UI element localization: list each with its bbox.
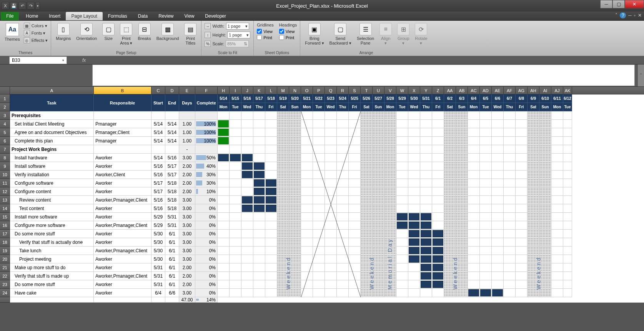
gantt-cell[interactable] [361,238,373,247]
gantt-cell[interactable] [230,187,241,196]
cell-end[interactable]: 5/14 [165,128,179,137]
gantt-cell[interactable] [504,230,516,238]
gantt-cell[interactable] [373,179,384,187]
gantt-cell[interactable] [563,280,572,289]
gantt-cell[interactable] [349,280,361,289]
gantt-cell[interactable] [301,221,313,230]
gantt-cell[interactable] [420,137,432,145]
gantt-cell[interactable] [563,230,572,238]
gantt-cell[interactable] [313,280,325,289]
gantt-cell[interactable] [361,280,373,289]
cell-task[interactable]: Install more software [10,213,94,221]
gantt-cell[interactable] [396,247,408,255]
gantt-cell[interactable] [230,128,241,137]
cell-start[interactable]: 5/17 [151,179,165,187]
gantt-cell[interactable] [373,196,384,204]
gantt-cell[interactable] [265,137,277,145]
gantt-cell[interactable] [539,280,551,289]
cell-complete[interactable]: 30% [195,170,218,179]
gantt-cell[interactable] [301,230,313,238]
gantt-cell[interactable] [373,238,384,247]
scale-spinner[interactable]: 85%⇅ [226,40,249,47]
gantt-cell[interactable] [373,128,384,137]
gantt-cell[interactable] [384,213,396,221]
gantt-cell[interactable] [230,204,241,213]
gantt-cell[interactable] [504,128,516,137]
gantt-cell[interactable] [408,272,420,280]
gantt-cell[interactable] [337,238,349,247]
gantt-cell[interactable] [265,179,277,187]
gantt-cell[interactable] [408,196,420,204]
cell-end[interactable]: 5/18 [165,196,179,204]
gantt-cell[interactable] [361,230,373,238]
gantt-cell[interactable] [289,128,301,137]
cell-days[interactable] [179,111,195,120]
gantt-cell[interactable] [325,170,337,179]
cell-complete[interactable] [195,111,218,120]
gantt-cell[interactable] [277,196,289,204]
gantt-cell[interactable] [253,263,265,272]
gantt-cell[interactable] [301,137,313,145]
gantt-cell[interactable] [218,263,230,272]
gantt-cell[interactable] [241,137,253,145]
gantt-cell[interactable] [468,154,480,162]
gantt-cell[interactable] [384,128,396,137]
gantt-cell[interactable] [504,263,516,272]
gantt-cell[interactable] [361,162,373,170]
gantt-cell[interactable] [301,289,313,297]
gantt-cell[interactable] [218,187,230,196]
gantt-cell[interactable] [289,120,301,128]
gantt-cell[interactable] [456,221,468,230]
gantt-cell[interactable] [492,137,504,145]
gantt-cell[interactable] [516,145,528,154]
gantt-cell[interactable] [456,204,468,213]
cell-end[interactable]: 5/14 [165,137,179,145]
gantt-cell[interactable] [289,196,301,204]
gantt-cell[interactable] [384,289,396,297]
gantt-cell[interactable] [218,128,230,137]
cell-end[interactable]: 6/1 [165,263,179,272]
gantt-cell[interactable] [265,213,277,221]
gantt-cell[interactable] [504,170,516,179]
gantt-cell[interactable] [492,204,504,213]
gantt-cell[interactable] [492,255,504,263]
gantt-cell[interactable] [313,162,325,170]
gantt-cell[interactable] [325,213,337,221]
cell-days[interactable]: 1.00 [179,128,195,137]
gantt-cell[interactable] [563,162,572,170]
gantt-cell[interactable] [313,111,325,120]
gantt-cell[interactable] [528,145,539,154]
gantt-cell[interactable] [301,170,313,179]
gantt-cell[interactable] [337,263,349,272]
gantt-cell[interactable] [241,179,253,187]
gantt-cell[interactable] [444,145,456,154]
gantt-cell[interactable] [516,221,528,230]
column-header[interactable]: F [195,87,218,94]
column-header[interactable]: U [373,87,384,94]
gantt-cell[interactable] [432,213,444,221]
cell-task[interactable]: Install hardware [10,154,94,162]
gantt-cell[interactable] [325,238,337,247]
gantt-cell[interactable] [325,196,337,204]
close-button[interactable]: ✕ [625,0,644,8]
qat-dropdown-icon[interactable]: ▾ [35,2,40,10]
gantt-cell[interactable] [516,280,528,289]
gantt-cell[interactable] [539,289,551,297]
gantt-cell[interactable] [373,272,384,280]
gantt-cell[interactable] [313,145,325,154]
column-header[interactable]: X [408,87,420,94]
row-header[interactable]: 14 [0,204,10,213]
gantt-cell[interactable] [516,179,528,187]
column-header[interactable]: H [218,87,230,94]
gantt-cell[interactable] [504,221,516,230]
gantt-cell[interactable] [218,221,230,230]
gantt-cell[interactable] [337,255,349,263]
gantt-cell[interactable] [325,221,337,230]
gantt-cell[interactable] [432,221,444,230]
gantt-cell[interactable] [349,272,361,280]
gantt-cell[interactable] [373,170,384,179]
tab-insert[interactable]: Insert [43,12,66,20]
column-header[interactable]: V [384,87,396,94]
gantt-cell[interactable] [230,120,241,128]
gantt-cell[interactable] [420,162,432,170]
